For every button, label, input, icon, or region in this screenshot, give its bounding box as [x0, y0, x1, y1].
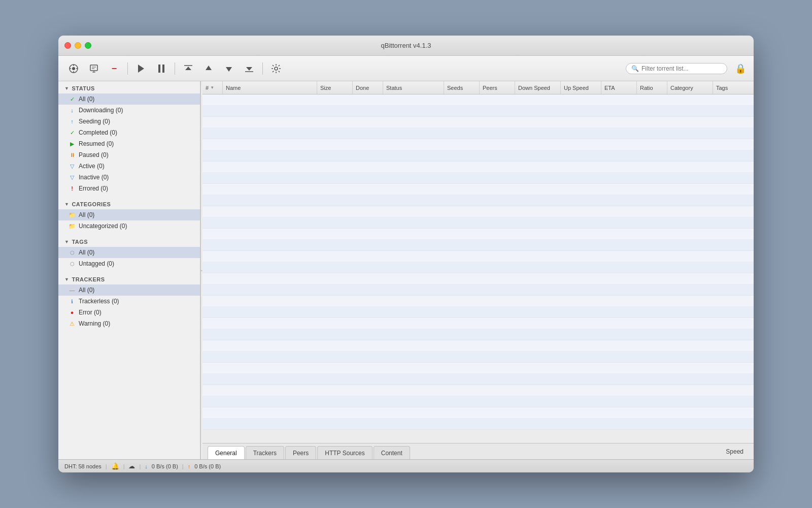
sidebar-item-inactive[interactable]: ▽ Inactive (0) [58, 172, 200, 183]
col-seeds-header[interactable]: Seeds [444, 81, 480, 94]
sidebar-item-errored[interactable]: ! Errored (0) [58, 183, 200, 194]
status-section-header[interactable]: ▼ STATUS [58, 81, 200, 93]
table-row[interactable] [202, 262, 754, 273]
options-button[interactable] [267, 59, 285, 78]
table-row[interactable] [202, 240, 754, 251]
tags-section-header[interactable]: ▼ TAGS [58, 235, 200, 247]
search-box[interactable]: 🔍 [626, 63, 727, 74]
speed-button[interactable]: Speed [721, 443, 749, 459]
table-row[interactable] [202, 374, 754, 385]
table-row[interactable] [202, 352, 754, 363]
table-row[interactable] [202, 407, 754, 419]
table-row[interactable] [202, 128, 754, 139]
add-torrent-icon [69, 64, 79, 74]
table-row[interactable] [202, 251, 754, 262]
tab-peers[interactable]: Peers [285, 446, 316, 459]
sidebar-item-downloading[interactable]: ↓ Downloading (0) [58, 105, 200, 116]
table-row[interactable] [202, 273, 754, 284]
sidebar-item-seeding[interactable]: ↑ Seeding (0) [58, 116, 200, 127]
tab-general-label: General [215, 450, 237, 457]
remove-button[interactable]: − [105, 59, 123, 78]
up-speed-status: 0 B/s (0 B) [194, 463, 221, 469]
table-row[interactable] [202, 284, 754, 296]
table-row[interactable] [202, 340, 754, 352]
maximize-button[interactable] [85, 42, 91, 49]
table-row[interactable] [202, 173, 754, 184]
search-input[interactable] [641, 65, 722, 72]
col-down-header[interactable]: Down Speed [515, 81, 561, 94]
sidebar-item-error-tracker[interactable]: ● Error (0) [58, 307, 200, 318]
sidebar-item-active[interactable]: ▽ Active (0) [58, 161, 200, 172]
sidebar-item-warning-tracker[interactable]: ⚠ Warning (0) [58, 318, 200, 329]
sidebar-item-paused[interactable]: ⏸ Paused (0) [58, 149, 200, 161]
table-row[interactable] [202, 318, 754, 329]
col-ratio-header[interactable]: Ratio [637, 81, 667, 94]
col-category-header[interactable]: Category [667, 81, 713, 94]
add-torrent-button[interactable] [64, 59, 83, 78]
lock-icon[interactable]: 🔒 [733, 61, 748, 76]
tab-general[interactable]: General [208, 446, 245, 459]
tab-content[interactable]: Content [374, 446, 410, 459]
col-tags-header[interactable]: Tags [713, 81, 754, 94]
table-row[interactable] [202, 162, 754, 173]
categories-section-label: CATEGORIES [72, 201, 111, 207]
col-status-header[interactable]: Status [383, 81, 444, 94]
table-row[interactable] [202, 117, 754, 128]
minimize-button[interactable] [75, 42, 81, 49]
col-num-header[interactable]: # ▼ [202, 81, 223, 94]
sidebar-item-all[interactable]: ✓ All (0) [58, 93, 200, 105]
table-row[interactable] [202, 150, 754, 162]
trackers-chevron: ▼ [64, 277, 69, 282]
table-row[interactable] [202, 363, 754, 374]
queue-bottom-button[interactable] [240, 59, 258, 78]
close-button[interactable] [64, 42, 71, 49]
seeding-icon: ↑ [69, 118, 76, 124]
table-row[interactable] [202, 94, 754, 106]
tab-http-sources[interactable]: HTTP Sources [317, 446, 372, 459]
table-row[interactable] [202, 195, 754, 206]
add-link-button[interactable] [85, 59, 103, 78]
window-controls[interactable] [64, 42, 91, 49]
down-speed-icon: ↓ [145, 463, 148, 469]
col-up-header[interactable]: Up Speed [561, 81, 601, 94]
col-name-header[interactable]: Name [223, 81, 317, 94]
sidebar-item-trackerless[interactable]: ℹ Trackerless (0) [58, 296, 200, 307]
sidebar-item-resumed[interactable]: ▶ Resumed (0) [58, 138, 200, 149]
table-row[interactable] [202, 329, 754, 340]
queue-top-button[interactable] [179, 59, 197, 78]
queue-down-button[interactable] [220, 59, 238, 78]
col-size-header[interactable]: Size [317, 81, 353, 94]
table-row[interactable] [202, 139, 754, 150]
resume-all-button[interactable] [132, 59, 150, 78]
table-row[interactable] [202, 184, 754, 195]
col-eta-header[interactable]: ETA [601, 81, 637, 94]
table-row[interactable] [202, 419, 754, 430]
sidebar-item-tags-all[interactable]: ⬡ All (0) [58, 247, 200, 258]
table-row[interactable] [202, 307, 754, 318]
table-row[interactable] [202, 229, 754, 240]
sidebar-item-untagged[interactable]: ⬡ Untagged (0) [58, 258, 200, 269]
col-peers-header[interactable]: Peers [480, 81, 515, 94]
statusbar: DHT: 58 nodes | 🔔 | ☁ | ↓ 0 B/s (0 B) | … [58, 459, 754, 472]
col-done-header[interactable]: Done [353, 81, 383, 94]
dht-status: DHT: 58 nodes [64, 463, 101, 469]
torrent-list[interactable] [202, 94, 754, 443]
resize-handle[interactable] [200, 81, 202, 459]
sidebar-item-categories-all[interactable]: 📁 All (0) [58, 209, 200, 220]
table-row[interactable] [202, 217, 754, 229]
tab-trackers[interactable]: Trackers [246, 446, 284, 459]
sidebar-item-trackers-all[interactable]: — All (0) [58, 284, 200, 296]
table-row[interactable] [202, 106, 754, 117]
categories-section-header[interactable]: ▼ CATEGORIES [58, 197, 200, 209]
sidebar-item-completed[interactable]: ✓ Completed (0) [58, 127, 200, 138]
table-row[interactable] [202, 206, 754, 217]
table-row[interactable] [202, 396, 754, 407]
queue-up-button[interactable] [199, 59, 218, 78]
sidebar-item-uncategorized[interactable]: 📁 Uncategorized (0) [58, 220, 200, 232]
table-row[interactable] [202, 385, 754, 396]
table-row[interactable] [202, 296, 754, 307]
pause-all-button[interactable] [152, 59, 171, 78]
main-window: qBittorrent v4.1.3 − [58, 36, 754, 472]
resumed-icon: ▶ [69, 141, 76, 147]
trackers-section-header[interactable]: ▼ TRACKERS [58, 272, 200, 284]
